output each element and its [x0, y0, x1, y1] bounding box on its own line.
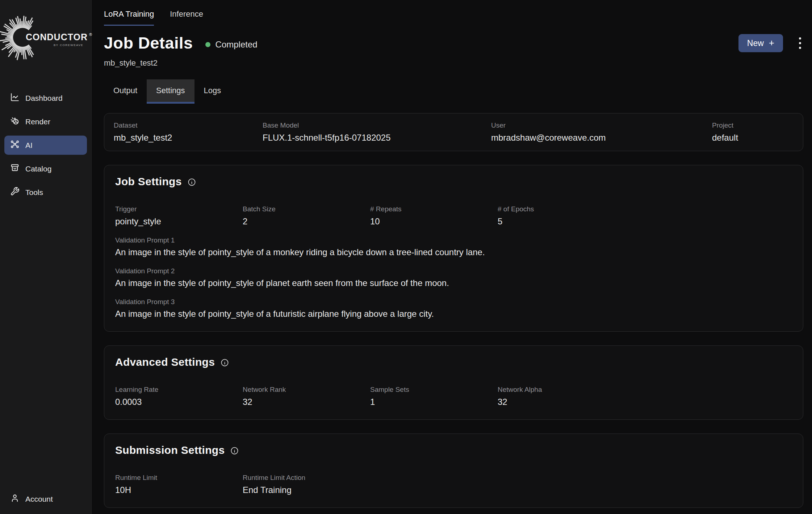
prompt-value: An image in the style of pointy_style of…: [115, 309, 792, 319]
section-title: Job Settings: [115, 175, 182, 188]
field-label: Runtime Limit Action: [243, 474, 370, 482]
field-user: User mbradshaw@coreweave.com: [491, 121, 712, 143]
job-info-bar: Dataset mb_style_test2 Base Model FLUX.1…: [104, 113, 803, 151]
render-wheel-icon: [10, 116, 20, 127]
plus-icon: +: [769, 38, 774, 47]
field-label: Network Rank: [243, 386, 370, 394]
tab-logs[interactable]: Logs: [194, 79, 231, 104]
validation-prompt-3: Validation Prompt 3 An image in the styl…: [115, 298, 792, 319]
field-label: Network Alpha: [498, 386, 625, 394]
new-button-label: New: [747, 39, 764, 47]
field-value: 10H: [115, 485, 243, 495]
field-label: Base Model: [263, 121, 491, 129]
field-base-model: Base Model FLUX.1-schnell-t5fp16-0718202…: [263, 121, 491, 143]
field-value: End Training: [243, 485, 370, 495]
section-title: Submission Settings: [115, 444, 225, 456]
field-label: # Repeats: [370, 205, 498, 213]
sidebar-item-label: Render: [25, 117, 50, 126]
sidebar-item-label: AI: [25, 141, 33, 150]
field-value: default: [712, 133, 794, 143]
sidebar-item-label: Dashboard: [25, 94, 63, 103]
prompt-label: Validation Prompt 2: [115, 267, 792, 275]
brand-byline: BY COREWEAVE: [54, 43, 83, 47]
user-icon: [10, 493, 20, 505]
title-actions: New +: [738, 34, 803, 52]
sidebar-item-dashboard[interactable]: Dashboard: [4, 88, 87, 108]
field-value: FLUX.1-schnell-t5fp16-07182025: [263, 133, 491, 143]
field-sample-sets: Sample Sets 1: [370, 386, 498, 407]
sidebar-item-ai[interactable]: AI: [4, 136, 87, 155]
field-network-rank: Network Rank 32: [243, 386, 370, 407]
tab-lora-training[interactable]: LoRA Training: [104, 9, 154, 26]
field-value: 5: [498, 216, 625, 227]
archive-box-icon: [10, 163, 20, 174]
field-repeats: # Repeats 10: [370, 205, 498, 227]
field-network-alpha: Network Alpha 32: [498, 386, 625, 407]
field-project: Project default: [712, 121, 794, 143]
app-window: CONDUCTOR® BY COREWEAVE Dashboard: [0, 0, 812, 514]
field-label: User: [491, 121, 712, 129]
field-label: Learning Rate: [115, 386, 243, 394]
top-tabs: LoRA Training Inference: [104, 0, 803, 26]
field-epochs: # of Epochs 5: [498, 205, 625, 227]
tab-output[interactable]: Output: [104, 79, 147, 104]
field-label: Batch Size: [243, 205, 370, 213]
sidebar-item-account[interactable]: Account: [0, 487, 91, 514]
new-button[interactable]: New +: [738, 34, 783, 52]
line-chart-icon: [10, 92, 20, 104]
brand-wordmark: CONDUCTOR®: [26, 32, 92, 42]
job-settings-card: Job Settings Trigger pointy_style Batch …: [104, 165, 803, 332]
main-content: LoRA Training Inference Job Details Comp…: [92, 0, 812, 514]
sidebar: CONDUCTOR® BY COREWEAVE Dashboard: [0, 0, 92, 514]
field-value: 10: [370, 216, 498, 227]
field-runtime-limit: Runtime Limit 10H: [115, 474, 243, 495]
field-label: Sample Sets: [370, 386, 498, 394]
section-title: Advanced Settings: [115, 356, 215, 368]
registered-mark: ®: [89, 32, 92, 37]
field-value: 32: [498, 397, 625, 407]
field-batch-size: Batch Size 2: [243, 205, 370, 227]
sidebar-item-render[interactable]: Render: [4, 112, 87, 131]
info-icon[interactable]: [230, 447, 239, 455]
info-icon[interactable]: [221, 358, 229, 367]
field-label: Dataset: [114, 121, 263, 129]
field-value: mb_style_test2: [114, 133, 263, 143]
field-value: 1: [370, 397, 498, 407]
sidebar-nav: Dashboard Render: [0, 88, 91, 202]
field-label: # of Epochs: [498, 205, 625, 213]
field-value: mbradshaw@coreweave.com: [491, 133, 712, 143]
tab-settings[interactable]: Settings: [147, 79, 194, 104]
sidebar-item-label: Tools: [25, 188, 43, 197]
submission-settings-card: Submission Settings Runtime Limit 10H Ru…: [104, 434, 803, 508]
prompt-label: Validation Prompt 3: [115, 298, 792, 306]
field-label: Trigger: [115, 205, 243, 213]
field-runtime-limit-action: Runtime Limit Action End Training: [243, 474, 370, 495]
ai-network-icon: [10, 140, 20, 151]
field-value: pointy_style: [115, 216, 243, 227]
sidebar-item-catalog[interactable]: Catalog: [4, 159, 87, 178]
field-value: 2: [243, 216, 370, 227]
field-label: Project: [712, 121, 794, 129]
info-icon[interactable]: [188, 178, 196, 186]
field-dataset: Dataset mb_style_test2: [114, 121, 263, 143]
advanced-settings-card: Advanced Settings Learning Rate 0.0003 N…: [104, 345, 803, 420]
field-value: 32: [243, 397, 370, 407]
detail-tabs: Output Settings Logs: [104, 79, 803, 104]
prompt-label: Validation Prompt 1: [115, 236, 792, 244]
status-label: Completed: [215, 40, 258, 50]
field-trigger: Trigger pointy_style: [115, 205, 243, 227]
wrench-icon: [10, 187, 20, 198]
title-row: Job Details Completed New +: [104, 34, 803, 53]
field-label: Runtime Limit: [115, 474, 243, 482]
status-dot-icon: [205, 42, 210, 47]
sidebar-item-label: Catalog: [25, 165, 51, 173]
prompt-value: An image in the style of pointy_style of…: [115, 247, 792, 257]
tab-inference[interactable]: Inference: [170, 9, 203, 26]
sidebar-item-tools[interactable]: Tools: [4, 183, 87, 202]
account-label: Account: [25, 495, 53, 503]
conductor-logo: CONDUCTOR® BY COREWEAVE: [0, 0, 91, 76]
status-badge: Completed: [205, 40, 258, 50]
prompt-value: An image in the style of pointy_style of…: [115, 278, 792, 288]
validation-prompt-2: Validation Prompt 2 An image in the styl…: [115, 267, 792, 288]
kebab-menu-icon[interactable]: [797, 35, 803, 51]
